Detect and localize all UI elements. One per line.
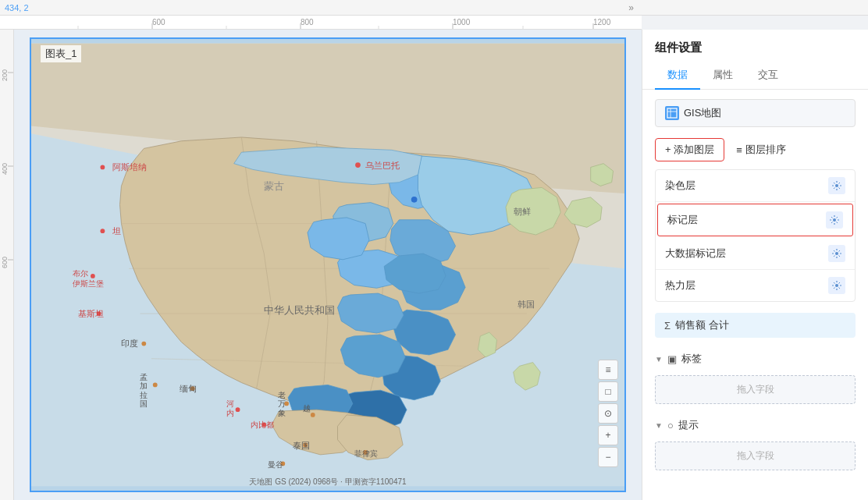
hint-section-header[interactable]: ▼ ○ 提示 — [642, 412, 868, 438]
svg-text:坦: 坦 — [112, 226, 121, 236]
layer-item-heat[interactable]: 热力层 — [656, 270, 855, 301]
svg-text:万: 万 — [278, 399, 286, 408]
gis-icon — [665, 106, 679, 120]
canvas-area[interactable]: 图表_1 — [14, 30, 642, 500]
svg-point-26 — [153, 383, 158, 388]
tab-props[interactable]: 属性 — [700, 62, 745, 90]
svg-rect-57 — [667, 108, 677, 118]
sum-icon: Σ — [664, 320, 671, 332]
svg-text:阿斯培纳: 阿斯培纳 — [112, 162, 147, 172]
layer-name-bigdata: 大数据标记层 — [665, 246, 828, 261]
svg-text:孟: 孟 — [140, 373, 148, 381]
layer-name-heat: 热力层 — [665, 278, 828, 293]
hint-section-title: 提示 — [678, 418, 699, 432]
label-drop-field[interactable]: 拖入字段 — [655, 375, 856, 404]
settings-icon-heat — [831, 280, 842, 291]
label-section-icon: ▣ — [667, 353, 677, 365]
sort-label: 图层排序 — [745, 143, 786, 157]
svg-text:象: 象 — [278, 409, 286, 417]
svg-text:伊斯兰堡: 伊斯兰堡 — [73, 279, 104, 288]
add-layer-button[interactable]: + 添加图层 — [655, 138, 724, 161]
svg-text:加: 加 — [140, 381, 148, 390]
sum-badge: Σ 销售额 合计 — [655, 313, 856, 338]
top-bar: 434, 2 » — [0, 0, 868, 16]
sort-icon: ≡ — [736, 144, 742, 156]
tab-interact[interactable]: 交互 — [745, 62, 791, 90]
label-section-header[interactable]: ▼ ▣ 标签 — [642, 346, 868, 372]
panel-title: 组件设置 — [642, 30, 868, 62]
svg-point-52 — [355, 162, 361, 168]
panel-tabs: 数据 属性 交互 — [642, 62, 868, 90]
svg-text:印度: 印度 — [121, 339, 138, 348]
svg-text:泰国: 泰国 — [293, 441, 310, 450]
settings-icon-bigdata — [831, 248, 842, 259]
svg-text:600: 600 — [1, 257, 9, 268]
layers-list: 染色层 标记层 — [655, 169, 856, 302]
svg-point-58 — [835, 184, 838, 187]
svg-text:乌兰巴托: 乌兰巴托 — [365, 161, 400, 170]
layer-item-marker[interactable]: 标记层 — [657, 204, 853, 236]
svg-text:朝鲜: 朝鲜 — [514, 207, 531, 216]
layer-item-bigdata[interactable]: 大数据标记层 — [656, 238, 855, 270]
map-title: 图表_1 — [41, 45, 81, 62]
settings-icon-marker — [829, 215, 840, 225]
svg-point-61 — [835, 284, 838, 287]
map-icon-svg — [667, 108, 678, 119]
svg-point-33 — [236, 407, 240, 412]
svg-point-19 — [91, 274, 95, 278]
svg-text:内: 内 — [226, 409, 234, 417]
sort-layer-button[interactable]: ≡ 图层排序 — [727, 138, 795, 161]
tab-data[interactable]: 数据 — [655, 62, 700, 90]
label-chevron: ▼ — [655, 355, 663, 363]
layer-actions: + 添加图层 ≡ 图层排序 — [642, 133, 868, 166]
china-map: 阿斯培纳 坦 布尔 伊斯兰堡 基斯坦 印度 孟 加 拉 国 — [31, 39, 624, 491]
gis-label: GIS地图 — [684, 106, 721, 120]
layer-name-marker: 标记层 — [667, 213, 826, 227]
layer-settings-bigdata[interactable] — [828, 245, 845, 262]
double-arrow-icon: » — [628, 2, 634, 13]
ruler-ticks — [0, 16, 640, 30]
map-ctrl-list[interactable]: ≡ — [598, 360, 618, 380]
v-ruler-svg: 200 400 600 — [0, 30, 14, 500]
map-ctrl-locate[interactable]: ⊙ — [598, 403, 618, 424]
svg-text:河: 河 — [226, 399, 234, 408]
svg-text:菲律宾: 菲律宾 — [354, 449, 378, 458]
svg-point-15 — [101, 165, 105, 170]
map-attribution: 天地图 GS (2024) 0968号 · 甲测资字1100471 — [249, 477, 406, 488]
svg-point-60 — [835, 252, 838, 255]
svg-text:基斯坦: 基斯坦 — [78, 309, 104, 318]
svg-point-24 — [141, 342, 146, 346]
map-frame[interactable]: 图表_1 — [30, 37, 626, 492]
svg-text:韩国: 韩国 — [518, 300, 535, 309]
canvas-with-ruler: 200 400 600 图表_1 — [0, 30, 642, 500]
map-ctrl-square[interactable]: □ — [598, 381, 618, 402]
svg-text:越: 越 — [303, 404, 311, 413]
svg-text:老: 老 — [278, 391, 286, 399]
svg-point-56 — [411, 197, 418, 203]
svg-text:缅甸: 缅甸 — [180, 384, 197, 393]
svg-text:蒙古: 蒙古 — [264, 181, 284, 192]
svg-point-42 — [311, 413, 315, 417]
settings-icon-dye — [831, 180, 842, 191]
map-ctrl-zoom-out[interactable]: − — [598, 447, 618, 467]
svg-text:国: 国 — [140, 399, 148, 408]
gis-header: GIS地图 — [655, 99, 856, 127]
right-panel: 组件设置 数据 属性 交互 GIS地图 + 添加图层 ≡ 图层排序 — [642, 30, 868, 500]
map-ctrl-zoom-in[interactable]: + — [598, 425, 618, 445]
svg-text:拉: 拉 — [140, 391, 148, 399]
layer-settings-dye[interactable] — [828, 177, 845, 194]
svg-text:布尔: 布尔 — [73, 269, 88, 278]
svg-point-17 — [101, 229, 105, 233]
layer-item-dye[interactable]: 染色层 — [656, 170, 855, 202]
svg-text:中华人民共和国: 中华人民共和国 — [264, 304, 335, 316]
layer-name-dye: 染色层 — [665, 179, 828, 193]
hint-chevron: ▼ — [655, 421, 663, 430]
coords-label: 434, 2 — [5, 3, 29, 12]
vertical-ruler: 200 400 600 — [0, 30, 14, 500]
svg-text:曼谷: 曼谷 — [268, 460, 283, 469]
ruler-top: 600 800 1000 1200 — [0, 16, 642, 30]
hint-drop-field[interactable]: 拖入字段 — [655, 441, 856, 470]
layer-settings-heat[interactable] — [828, 277, 845, 294]
layer-settings-marker[interactable] — [826, 211, 843, 229]
svg-text:400: 400 — [1, 163, 9, 175]
